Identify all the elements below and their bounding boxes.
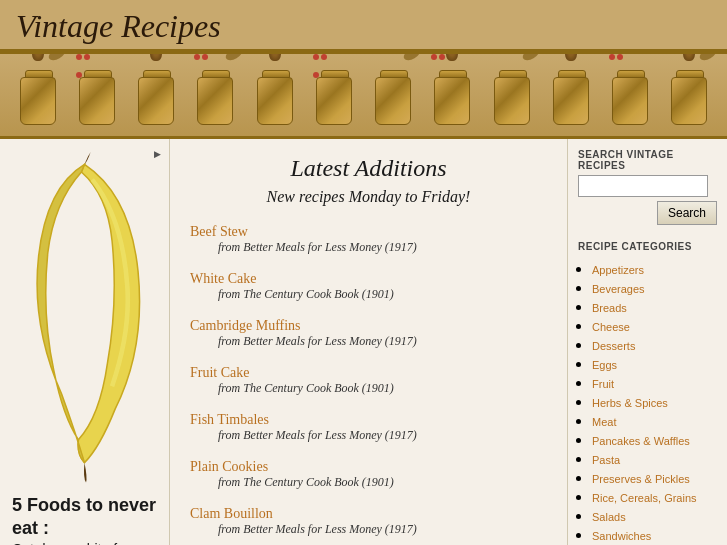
category-link[interactable]: Salads	[592, 511, 626, 523]
recipe-title-link[interactable]: Clam Bouillon	[190, 506, 273, 521]
category-item: Sandwiches	[592, 526, 717, 544]
category-link[interactable]: Rice, Cereals, Grains	[592, 492, 697, 504]
advertisement[interactable]: ▶ 5 Foods to never eat : Cut down a bit …	[8, 149, 161, 545]
banner-decoration	[606, 65, 654, 125]
category-item: Fruit	[592, 374, 717, 392]
search-label: SEARCH VINTAGE RECIPES	[578, 149, 717, 171]
recipe-source: from The Century Cook Book (1901)	[190, 287, 547, 302]
category-link[interactable]: Preserves & Pickles	[592, 473, 690, 485]
banner-decoration	[132, 65, 180, 125]
main-container: ▶ 5 Foods to never eat : Cut down a bit …	[0, 139, 727, 545]
recipe-item: Fish Timbalesfrom Better Meals for Less …	[190, 410, 547, 443]
category-link[interactable]: Fruit	[592, 378, 614, 390]
categories-label: RECIPE CATEGORIES	[578, 241, 717, 252]
category-link[interactable]: Eggs	[592, 359, 617, 371]
recipe-source: from Better Meals for Less Money (1917)	[190, 240, 547, 255]
recipe-item: Beef Stewfrom Better Meals for Less Mone…	[190, 222, 547, 255]
category-link[interactable]: Appetizers	[592, 264, 644, 276]
banner-decoration	[547, 65, 595, 125]
category-item: Eggs	[592, 355, 717, 373]
banner-decoration	[191, 65, 239, 125]
banana-image	[8, 149, 161, 486]
banner-decoration	[73, 65, 121, 125]
left-sidebar: ▶ 5 Foods to never eat : Cut down a bit …	[0, 139, 170, 545]
section-subtitle: New recipes Monday to Friday!	[190, 188, 547, 206]
recipe-source: from Better Meals for Less Money (1917)	[190, 334, 547, 349]
ad-subtext[interactable]: Cut down a bit of stomach fat	[8, 540, 161, 545]
recipe-item: Clam Bouillonfrom Better Meals for Less …	[190, 504, 547, 537]
recipe-item: Plain Cookiesfrom The Century Cook Book …	[190, 457, 547, 490]
category-item: Pancakes & Waffles	[592, 431, 717, 449]
recipe-title-link[interactable]: Fruit Cake	[190, 365, 250, 380]
category-item: Meat	[592, 412, 717, 430]
banner-decoration	[488, 65, 536, 125]
category-link[interactable]: Desserts	[592, 340, 635, 352]
search-input[interactable]	[578, 175, 708, 197]
category-item: Breads	[592, 298, 717, 316]
banner-decoration	[251, 65, 299, 125]
decorative-banner	[0, 51, 727, 139]
recipe-source: from Better Meals for Less Money (1917)	[190, 522, 547, 537]
categories-section: RECIPE CATEGORIES AppetizersBeveragesBre…	[578, 241, 717, 545]
recipe-title-link[interactable]: Fish Timbales	[190, 412, 269, 427]
banner-decoration	[14, 65, 62, 125]
categories-list: AppetizersBeveragesBreadsCheeseDessertsE…	[578, 260, 717, 545]
recipe-title-link[interactable]: Beef Stew	[190, 224, 248, 239]
category-item: Appetizers	[592, 260, 717, 278]
category-item: Salads	[592, 507, 717, 525]
ad-headline[interactable]: 5 Foods to never eat :	[8, 494, 161, 541]
category-link[interactable]: Herbs & Spices	[592, 397, 668, 409]
site-title: Vintage Recipes	[16, 8, 711, 45]
recipe-item: Fruit Cakefrom The Century Cook Book (19…	[190, 363, 547, 396]
category-item: Preserves & Pickles	[592, 469, 717, 487]
site-header: Vintage Recipes	[0, 0, 727, 49]
category-link[interactable]: Beverages	[592, 283, 645, 295]
category-item: Pasta	[592, 450, 717, 468]
recipe-source: from Better Meals for Less Money (1917)	[190, 428, 547, 443]
category-link[interactable]: Pancakes & Waffles	[592, 435, 690, 447]
right-sidebar: SEARCH VINTAGE RECIPES Search RECIPE CAT…	[567, 139, 727, 545]
banner-decoration	[428, 65, 476, 125]
category-link[interactable]: Meat	[592, 416, 616, 428]
recipe-title-link[interactable]: Plain Cookies	[190, 459, 268, 474]
recipe-item: White Cakefrom The Century Cook Book (19…	[190, 269, 547, 302]
ad-label: ▶	[154, 149, 161, 159]
recipe-title-link[interactable]: White Cake	[190, 271, 256, 286]
category-item: Cheese	[592, 317, 717, 335]
category-item: Desserts	[592, 336, 717, 354]
recipe-source: from The Century Cook Book (1901)	[190, 381, 547, 396]
category-link[interactable]: Cheese	[592, 321, 630, 333]
recipe-title-link[interactable]: Cambridge Muffins	[190, 318, 301, 333]
category-item: Rice, Cereals, Grains	[592, 488, 717, 506]
banner-decoration	[310, 65, 358, 125]
category-link[interactable]: Sandwiches	[592, 530, 651, 542]
section-heading: Latest Additions	[190, 155, 547, 182]
recipes-list: Beef Stewfrom Better Meals for Less Mone…	[190, 222, 547, 545]
category-item: Beverages	[592, 279, 717, 297]
banner-decoration	[369, 65, 417, 125]
category-item: Herbs & Spices	[592, 393, 717, 411]
main-content: Latest Additions New recipes Monday to F…	[170, 139, 567, 545]
recipe-source: from The Century Cook Book (1901)	[190, 475, 547, 490]
category-link[interactable]: Pasta	[592, 454, 620, 466]
search-section: SEARCH VINTAGE RECIPES Search	[578, 149, 717, 225]
recipe-item: Cambridge Muffinsfrom Better Meals for L…	[190, 316, 547, 349]
search-button[interactable]: Search	[657, 201, 717, 225]
category-link[interactable]: Breads	[592, 302, 627, 314]
banner-decoration	[665, 65, 713, 125]
